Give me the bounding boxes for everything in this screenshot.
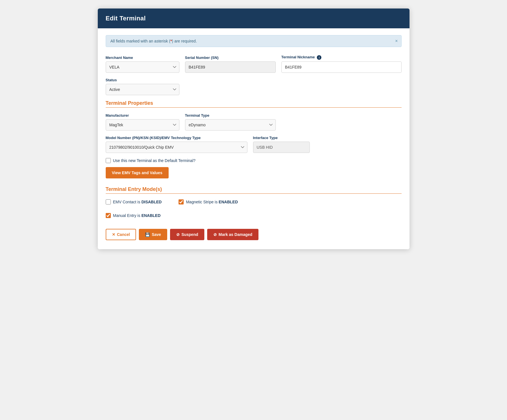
basic-info-row: Merchant Name VELA Serial Number (SN) Te… — [106, 55, 402, 73]
view-emv-button[interactable]: View EMV Tags and Values — [106, 167, 169, 178]
magnetic-stripe-row: Magnetic Stripe is ENABLED — [179, 199, 238, 204]
asterisk-symbol: * — [170, 39, 172, 43]
interface-type-label: Interface Type — [253, 136, 310, 140]
magnetic-stripe-label: Magnetic Stripe is ENABLED — [186, 200, 238, 204]
terminal-type-select[interactable]: eDynamo — [185, 119, 276, 131]
manufacturer-group: Manufacturer MagTek — [106, 113, 179, 131]
emv-contact-checkbox[interactable] — [106, 199, 111, 204]
magnetic-stripe-checkbox[interactable] — [179, 199, 184, 204]
damaged-icon: ⊘ — [213, 232, 217, 237]
emv-contact-label: EMV Contact is DISABLED — [113, 200, 162, 204]
interface-type-input — [253, 142, 310, 153]
manual-entry-row: Manual Entry is ENABLED — [106, 213, 161, 218]
save-button[interactable]: 💾 Save — [139, 229, 167, 240]
model-number-label: Model Number (PN)/KSN (KSID)/EMV Technol… — [106, 136, 247, 140]
status-label: Status — [106, 78, 179, 82]
save-icon: 💾 — [145, 232, 150, 237]
terminal-nickname-info-icon[interactable]: i — [317, 55, 321, 60]
manual-entry-label: Manual Entry is ENABLED — [113, 213, 161, 218]
manufacturer-type-row: Manufacturer MagTek Terminal Type eDynam… — [106, 113, 402, 131]
edit-terminal-modal: Edit Terminal All fields marked with an … — [98, 8, 410, 249]
terminal-nickname-label: Terminal Nickname i — [281, 55, 402, 60]
terminal-nickname-group: Terminal Nickname i — [281, 55, 402, 73]
serial-number-group: Serial Number (SN) — [185, 56, 276, 73]
serial-number-input[interactable] — [185, 61, 276, 73]
suspend-button[interactable]: ⊘ Suspend — [170, 229, 204, 240]
status-select[interactable]: Active Inactive Suspended — [106, 84, 179, 95]
terminal-nickname-input[interactable] — [281, 61, 402, 73]
view-emv-container: View EMV Tags and Values — [106, 167, 402, 178]
merchant-name-group: Merchant Name VELA — [106, 56, 179, 73]
interface-type-group: Interface Type — [253, 136, 310, 153]
default-terminal-row: Use this new Terminal as the Default Ter… — [106, 158, 402, 163]
save-label: Save — [152, 232, 161, 237]
manufacturer-label: Manufacturer — [106, 113, 179, 118]
entry-modes-row-2: Manual Entry is ENABLED — [106, 213, 402, 222]
terminal-type-group: Terminal Type eDynamo — [185, 113, 276, 131]
manufacturer-select[interactable]: MagTek — [106, 119, 179, 131]
entry-modes-row-1: EMV Contact is DISABLED Magnetic Stripe … — [106, 199, 402, 208]
view-emv-button-label: View EMV Tags and Values — [112, 170, 162, 175]
required-fields-alert: All fields marked with an asterisk (*) a… — [106, 35, 402, 47]
model-number-group: Model Number (PN)/KSN (KSID)/EMV Technol… — [106, 136, 247, 153]
terminal-properties-divider — [106, 107, 402, 108]
mark-as-damaged-label: Mark as Damaged — [219, 232, 252, 237]
cancel-button[interactable]: ✕ Cancel — [106, 229, 136, 240]
merchant-name-select[interactable]: VELA — [106, 61, 179, 73]
alert-text: All fields marked with an asterisk (*) a… — [111, 39, 197, 43]
status-row: Status Active Inactive Suspended — [106, 78, 402, 95]
mark-as-damaged-button[interactable]: ⊘ Mark as Damaged — [207, 229, 258, 240]
manual-entry-checkbox[interactable] — [106, 213, 111, 218]
cancel-icon: ✕ — [112, 232, 115, 237]
action-buttons-row: ✕ Cancel 💾 Save ⊘ Suspend ⊘ Mark as Dama… — [106, 229, 402, 240]
suspend-icon: ⊘ — [176, 232, 180, 237]
terminal-properties-title: Terminal Properties — [106, 100, 402, 106]
modal-title: Edit Terminal — [106, 15, 402, 22]
terminal-entry-modes-title: Terminal Entry Mode(s) — [106, 186, 402, 192]
cancel-label: Cancel — [117, 232, 130, 237]
merchant-name-label: Merchant Name — [106, 56, 179, 60]
alert-close-icon[interactable]: × — [395, 39, 398, 44]
default-terminal-checkbox[interactable] — [106, 158, 111, 163]
suspend-label: Suspend — [181, 232, 198, 237]
model-interface-row: Model Number (PN)/KSN (KSID)/EMV Technol… — [106, 136, 402, 153]
serial-number-label: Serial Number (SN) — [185, 56, 276, 60]
modal-header: Edit Terminal — [98, 8, 410, 28]
status-group: Status Active Inactive Suspended — [106, 78, 179, 95]
default-terminal-label[interactable]: Use this new Terminal as the Default Ter… — [113, 158, 196, 163]
terminal-type-label: Terminal Type — [185, 113, 276, 118]
model-number-select[interactable]: 21079802/9010010/Quick Chip EMV — [106, 142, 247, 153]
terminal-entry-modes-divider — [106, 193, 402, 194]
modal-body: All fields marked with an asterisk (*) a… — [98, 28, 410, 249]
emv-contact-row: EMV Contact is DISABLED — [106, 199, 162, 204]
